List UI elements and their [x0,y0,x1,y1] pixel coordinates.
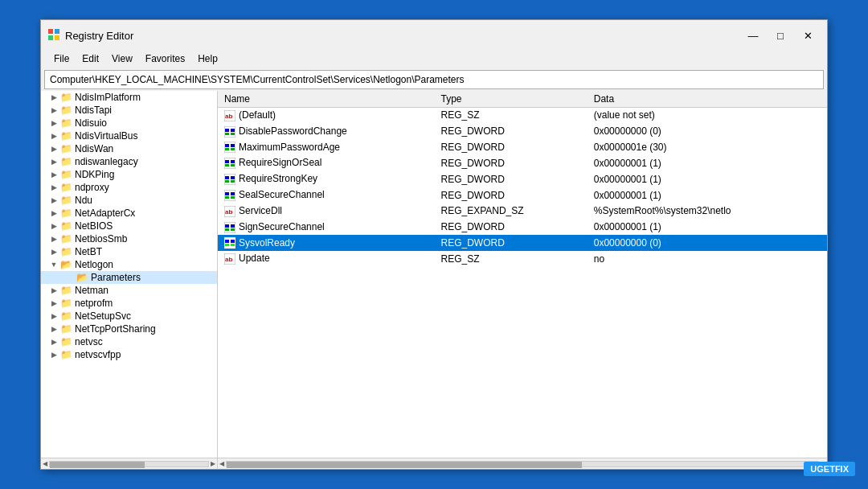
cell-name: RequireSignOrSeal [218,155,434,171]
table-row[interactable]: DisablePasswordChangeREG_DWORD0x00000000… [218,123,827,139]
data-pane[interactable]: Name Type Data ab(Default)REG_SZ(value n… [218,91,827,458]
name-text: RequireStrongKey [239,173,317,184]
tree-item-label: NdisWan [75,143,113,154]
menu-item-favorites[interactable]: Favorites [139,51,191,67]
menu-bar: FileEditViewFavoritesHelp [41,49,827,68]
col-header-data[interactable]: Data [588,91,827,108]
svg-rect-37 [231,228,235,231]
svg-rect-40 [231,240,235,243]
tree-item-label: NetTcpPortSharing [75,323,156,335]
minimize-button[interactable]: — [740,26,766,45]
chevron-icon: ▶ [47,312,60,320]
svg-rect-41 [225,244,229,246]
table-row[interactable]: SealSecureChannelREG_DWORD0x00000001 (1) [218,187,827,203]
maximize-button[interactable]: □ [768,26,793,45]
menu-item-view[interactable]: View [105,51,139,67]
folder-icon: 📁 [60,323,72,335]
menu-item-help[interactable]: Help [191,51,224,67]
tree-item-ndu[interactable]: ▶📁Ndu [41,194,217,207]
cell-name: DisablePasswordChange [218,123,434,139]
cell-data: 0x00000001 (1) [588,219,827,235]
tree-item-parameters[interactable]: 📂Parameters [41,271,217,284]
tree-item-ndkping[interactable]: ▶📁NDKPing [41,168,217,181]
tree-item-label: NetAdapterCx [75,208,135,219]
tree-item-netprofm[interactable]: ▶📁netprofm [41,297,217,310]
tree-item-ndiswan[interactable]: ▶📁NdisWan [41,142,217,155]
cell-data: no [588,251,827,267]
svg-rect-7 [225,129,229,132]
tree-scroll-track[interactable] [49,461,209,467]
table-row[interactable]: RequireStrongKeyREG_DWORD0x00000001 (1) [218,171,827,187]
cell-name: MaximumPasswordAge [218,139,434,155]
data-scroll-track[interactable] [226,461,819,467]
data-scroll-h[interactable]: ◀ ▶ [218,458,827,469]
bottom-scrollbar: ◀ ▶ ◀ ▶ [41,458,827,469]
chevron-icon: ▶ [47,145,60,153]
svg-rect-39 [225,240,229,243]
tree-item-ndproxy[interactable]: ▶📁ndproxy [41,181,217,194]
tree-item-netvsc[interactable]: ▶📁netvsc [41,335,217,348]
tree-item-label: ndiswanlegacy [75,156,138,167]
menu-item-file[interactable]: File [47,51,76,67]
svg-rect-36 [225,228,229,231]
cell-name: SysvolReady [218,235,434,251]
tree-item-ndisvirtualbus[interactable]: ▶📁NdisVirtualBus [41,129,217,142]
svg-rect-23 [231,176,235,179]
svg-rect-12 [225,144,229,147]
cell-type: REG_DWORD [434,155,587,171]
cell-data: (value not set) [588,108,827,124]
tree-item-netadaptercx[interactable]: ▶📁NetAdapterCx [41,207,217,220]
table-row[interactable]: abUpdateREG_SZno [218,251,827,267]
folder-icon: 📁 [60,246,72,257]
reg-dword-icon [224,142,235,153]
table-row[interactable]: RequireSignOrSealREG_DWORD0x00000001 (1) [218,155,827,171]
tree-item-label: NetSetupSvc [75,310,131,322]
tree-item-netman[interactable]: ▶📁Netman [41,284,217,297]
tree-item-ndistapi[interactable]: ▶📁NdisTapi [41,104,217,117]
tree-item-ndisuio[interactable]: ▶📁Ndisuio [41,117,217,129]
folder-icon: 📁 [60,143,72,154]
chevron-icon: ▶ [47,325,60,333]
scroll-right-arrow[interactable]: ▶ [211,460,215,467]
table-row[interactable]: abServiceDllREG_EXPAND_SZ%SystemRoot%\sy… [218,203,827,219]
tree-item-netbiossmb[interactable]: ▶📁NetbiosSmb [41,232,217,245]
tree-pane[interactable]: ▶📁NdisImPlatform▶📁NdisTapi▶📁Ndisuio▶📁Ndi… [41,91,218,458]
registry-editor-window: Registry Editor — □ ✕ FileEditViewFavori… [40,19,828,470]
col-header-type[interactable]: Type [434,91,587,108]
tree-item-netbt[interactable]: ▶📁NetBT [41,245,217,258]
menu-item-edit[interactable]: Edit [76,51,105,67]
tree-item-netsetupsvc[interactable]: ▶📁NetSetupSvc [41,310,217,323]
tree-item-nettcpportsharing[interactable]: ▶📁NetTcpPortSharing [41,323,217,335]
chevron-icon: ▶ [47,286,60,294]
tree-item-netbios[interactable]: ▶📁NetBIOS [41,220,217,232]
name-text: MaximumPasswordAge [239,142,340,153]
cell-data: %SystemRoot%\system32\netlo [588,203,827,219]
watermark-badge: UGETFIX [804,462,855,476]
chevron-icon: ▶ [47,248,60,256]
tree-item-netvscvfpp[interactable]: ▶📁netvscvfpp [41,348,217,361]
tree-item-ndiswanlegacy[interactable]: ▶📁ndiswanlegacy [41,155,217,168]
close-button[interactable]: ✕ [795,26,821,45]
folder-icon: 📁 [60,285,72,296]
col-header-name[interactable]: Name [218,91,434,108]
scroll-left-arrow[interactable]: ◀ [43,460,47,467]
chevron-icon: ▶ [47,351,60,359]
cell-data: 0x00000000 (0) [588,123,827,139]
chevron-icon: ▶ [47,209,60,217]
chevron-icon: ▶ [47,158,60,166]
tree-scroll-h[interactable]: ◀ ▶ [41,458,218,469]
table-row[interactable]: ab(Default)REG_SZ(value not set) [218,108,827,124]
cell-type: REG_DWORD [434,219,587,235]
cell-type: REG_DWORD [434,187,587,203]
cell-data: 0x0000001e (30) [588,139,827,155]
name-text: DisablePasswordChange [239,125,347,137]
cell-type: REG_EXPAND_SZ [434,203,587,219]
svg-rect-19 [225,164,229,166]
tree-item-ndisimplatform[interactable]: ▶📁NdisImPlatform [41,91,217,104]
table-row[interactable]: MaximumPasswordAgeREG_DWORD0x0000001e (3… [218,139,827,155]
table-row[interactable]: SignSecureChannelREG_DWORD0x00000001 (1) [218,219,827,235]
tree-item-netlogon[interactable]: ▼📂Netlogon [41,258,217,271]
table-row[interactable]: SysvolReadyREG_DWORD0x00000000 (0) [218,235,827,251]
data-scroll-left[interactable]: ◀ [219,460,224,467]
address-bar[interactable]: Computer\HKEY_LOCAL_MACHINE\SYSTEM\Curre… [44,70,824,89]
